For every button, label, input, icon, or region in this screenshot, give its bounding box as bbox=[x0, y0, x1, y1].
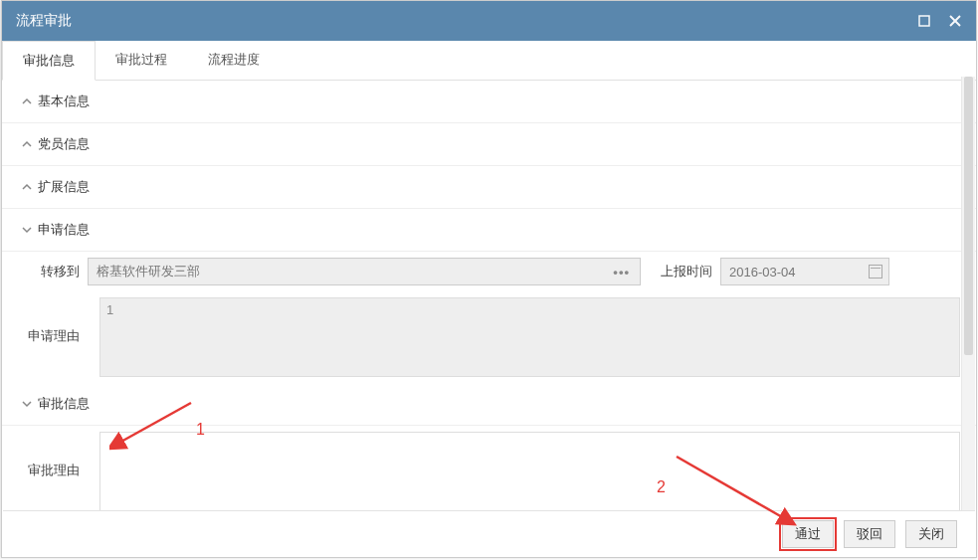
chevron-up-icon bbox=[22, 96, 32, 106]
section-apply-info[interactable]: 申请信息 bbox=[2, 209, 976, 252]
transfer-to-picker[interactable]: 榕基软件研发三部 ••• bbox=[88, 258, 641, 285]
reject-button[interactable]: 驳回 bbox=[844, 520, 895, 548]
maximize-icon[interactable] bbox=[918, 15, 930, 27]
section-basic-info[interactable]: 基本信息 bbox=[2, 81, 976, 123]
content-body: 基本信息 党员信息 扩展信息 申请信息 转移到 榕基软件研发三部 bbox=[2, 81, 976, 548]
chevron-down-icon bbox=[22, 399, 32, 409]
close-button[interactable]: 关闭 bbox=[905, 520, 957, 548]
tab-approval-info[interactable]: 审批信息 bbox=[2, 41, 96, 81]
chevron-down-icon bbox=[22, 225, 32, 235]
window-title: 流程审批 bbox=[16, 12, 72, 30]
approve-reason-label: 审批理由 bbox=[18, 432, 80, 479]
section-title: 党员信息 bbox=[38, 135, 90, 153]
chevron-up-icon bbox=[22, 182, 32, 192]
tab-bar: 审批信息 审批过程 流程进度 bbox=[2, 41, 976, 81]
chevron-up-icon bbox=[22, 139, 32, 149]
section-title: 扩展信息 bbox=[38, 178, 90, 196]
apply-reason-value: 1 bbox=[99, 297, 960, 377]
field-transfer-to: 转移到 榕基软件研发三部 ••• bbox=[18, 258, 641, 285]
ellipsis-icon[interactable]: ••• bbox=[609, 265, 634, 280]
report-time-label: 上报时间 bbox=[661, 263, 712, 280]
section-member-info[interactable]: 党员信息 bbox=[2, 123, 976, 166]
section-title: 基本信息 bbox=[38, 93, 90, 110]
scrollbar-track[interactable] bbox=[961, 77, 975, 510]
window-controls bbox=[918, 14, 962, 28]
tab-approval-process[interactable]: 审批过程 bbox=[96, 41, 188, 80]
row-approve-reason: 审批理由 bbox=[2, 426, 976, 517]
section-approve-info[interactable]: 审批信息 bbox=[2, 383, 976, 426]
transfer-to-label: 转移到 bbox=[18, 263, 80, 280]
section-title: 审批信息 bbox=[38, 395, 90, 413]
approve-reason-input[interactable] bbox=[99, 432, 960, 511]
section-title: 申请信息 bbox=[38, 221, 90, 239]
footer-bar: 通过 驳回 关闭 bbox=[3, 510, 975, 556]
row-apply-reason: 申请理由 1 bbox=[2, 291, 976, 383]
apply-reason-label: 申请理由 bbox=[18, 297, 80, 345]
svg-rect-0 bbox=[919, 16, 929, 26]
report-time-value: 2016-03-04 bbox=[729, 265, 796, 280]
field-report-time: 上报时间 2016-03-04 bbox=[661, 258, 889, 285]
scrollbar-thumb[interactable] bbox=[964, 77, 973, 355]
report-time-input[interactable]: 2016-03-04 bbox=[720, 258, 889, 285]
row-transfer: 转移到 榕基软件研发三部 ••• 上报时间 2016-03-04 bbox=[2, 252, 976, 291]
close-icon[interactable] bbox=[948, 14, 962, 28]
calendar-icon[interactable] bbox=[869, 265, 882, 279]
tab-flow-progress[interactable]: 流程进度 bbox=[188, 41, 281, 80]
title-bar: 流程审批 bbox=[2, 1, 976, 41]
approval-window: 流程审批 审批信息 审批过程 流程进度 基本信息 党员信息 bbox=[1, 0, 977, 558]
section-ext-info[interactable]: 扩展信息 bbox=[2, 166, 976, 209]
transfer-to-value: 榕基软件研发三部 bbox=[97, 263, 200, 280]
pass-button[interactable]: 通过 bbox=[782, 520, 834, 548]
